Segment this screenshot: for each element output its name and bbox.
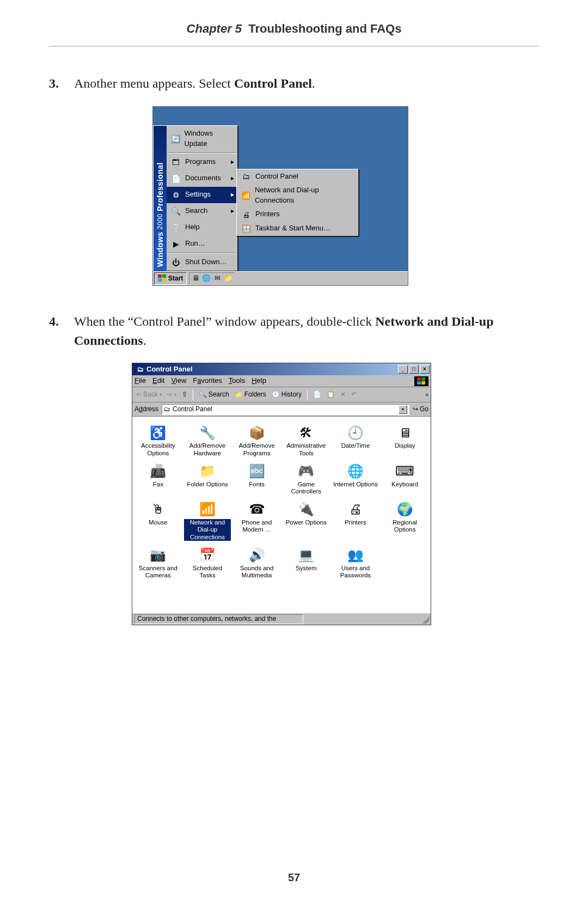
cp-item-arprg[interactable]: 📦Add/Remove Programs (233, 423, 280, 456)
separator (168, 152, 236, 154)
toolbar: ⇦ Back ▾ ⇨ ▾ ⇧ 🔍Search 📁Folders 🕘History… (132, 387, 431, 402)
address-field[interactable]: 🗂 Control Panel ▾ (162, 404, 409, 415)
menu-item-help[interactable]: ❔Help (167, 219, 237, 236)
phone-icon: ☎ (247, 501, 267, 518)
copy-to-button[interactable]: 📋 (325, 389, 336, 400)
cp-item-fax[interactable]: 📠Fax (134, 461, 182, 495)
menu-item-search[interactable]: 🔍Search▶ (167, 203, 237, 219)
cp-item-scan[interactable]: 📷Scanners and Cameras (134, 545, 182, 579)
menu-item-run[interactable]: ▶Run… (167, 236, 237, 252)
resize-grip[interactable] (422, 616, 430, 624)
titlebar: 🗂 Control Panel _ □ × (132, 363, 431, 375)
start-button[interactable]: Start (154, 272, 187, 285)
toolbar-overflow[interactable]: » (425, 391, 428, 399)
minimize-button[interactable]: _ (398, 365, 408, 374)
menu-item-programs[interactable]: 🗔Programs▶ (167, 154, 237, 170)
history-button[interactable]: 🕘History (270, 389, 303, 400)
users-icon: 👥 (346, 546, 365, 564)
cp-item-users[interactable]: 👥Users and Passwords (332, 545, 379, 579)
cp-item-admin[interactable]: 🛠Administrative Tools (283, 423, 330, 456)
cp-item-access[interactable]: ♿Accessibility Options (134, 423, 182, 456)
menu-item-shutdown[interactable]: ⏻Shut Down… (167, 254, 237, 271)
taskbar: Start 🖥 🌐 ✉ 📁 (153, 271, 408, 285)
mouse-icon: 🖱 (148, 501, 168, 518)
cp-item-label: Administrative Tools (283, 442, 330, 456)
submenu-printers[interactable]: 🖨Printers (237, 208, 358, 222)
submenu-network[interactable]: 📶Network and Dial-up Connections (237, 184, 358, 208)
submenu-taskbar[interactable]: 🪟Taskbar & Start Menu… (237, 222, 358, 236)
run-icon: ▶ (170, 239, 182, 249)
step-3-post: . (312, 76, 315, 90)
net-icon: 📶 (198, 501, 217, 518)
start-menu-banner: Windows 2000 Professional (154, 126, 167, 271)
control-panel-icon: 🗂 (164, 405, 170, 414)
cp-item-disp[interactable]: 🖥Display (381, 423, 428, 456)
menu-tools[interactable]: Tools (229, 376, 245, 386)
banner-sub: 2000 (156, 214, 164, 230)
menu-item-windows-update[interactable]: 🔄Windows Update (167, 126, 237, 152)
cp-item-fonts[interactable]: 🔤Fonts (233, 461, 280, 495)
menu-file[interactable]: File (134, 376, 146, 386)
documents-icon: 📄 (170, 173, 182, 184)
chapter-header: Chapter 5 Troubleshooting and FAQs (49, 22, 539, 36)
cp-item-fopt[interactable]: 📁Folder Options (184, 461, 231, 495)
back-button[interactable]: ⇦ Back ▾ (134, 389, 163, 400)
cp-item-reg[interactable]: 🌍Regional Options (381, 499, 428, 541)
disp-icon: 🖥 (395, 424, 415, 441)
ql-outlook-icon[interactable]: ✉ (212, 274, 222, 284)
cp-item-inet[interactable]: 🌐Internet Options (332, 461, 379, 495)
cp-item-dt[interactable]: 🕘Date/Time (332, 423, 379, 456)
cp-item-prn[interactable]: 🖨Printers (332, 499, 379, 541)
figure-start-menu: Windows 2000 Professional 🔄Windows Updat… (152, 106, 408, 286)
shutdown-icon: ⏻ (170, 257, 182, 268)
go-button[interactable]: ↪ Go (413, 405, 428, 414)
cp-item-label: Display (395, 442, 415, 449)
menu-help[interactable]: Help (252, 376, 266, 386)
address-dropdown[interactable]: ▾ (399, 405, 407, 414)
cp-item-sched[interactable]: 📅Scheduled Tasks (184, 545, 231, 579)
cp-item-label: Fax (153, 481, 163, 488)
cp-item-power[interactable]: 🔌Power Options (283, 499, 330, 541)
folders-button[interactable]: 📁Folders (233, 389, 268, 400)
cp-item-label: Accessibility Options (134, 442, 182, 456)
cp-item-game[interactable]: 🎮Game Controllers (283, 461, 330, 495)
menu-edit[interactable]: Edit (152, 376, 164, 386)
up-button[interactable]: ⇧ (180, 389, 189, 400)
move-to-button[interactable]: 📄 (311, 389, 323, 400)
cp-item-kbd[interactable]: ⌨Keyboard (381, 461, 428, 495)
start-menu-items: 🔄Windows Update 🗔Programs▶ 📄Documents▶ ⚙… (167, 126, 237, 271)
delete-button[interactable]: ✕ (339, 389, 347, 400)
ql-ie-icon[interactable]: 🌐 (201, 274, 211, 284)
fonts-icon: 🔤 (247, 462, 267, 480)
menu-item-documents[interactable]: 📄Documents▶ (167, 170, 237, 187)
address-value: Control Panel (173, 405, 212, 414)
submenu-control-panel[interactable]: 🗂Control Panel (237, 169, 358, 184)
arhw-icon: 🔧 (198, 424, 217, 441)
forward-button[interactable]: ⇨ ▾ (166, 389, 178, 400)
sys-icon: 💻 (296, 546, 316, 564)
window: 🗂 Control Panel _ □ × File Edit View Fav… (132, 363, 431, 625)
cp-item-label: Folder Options (187, 481, 228, 488)
menu-favorites[interactable]: Favorites (193, 376, 222, 386)
search-button[interactable]: 🔍Search (197, 389, 231, 400)
desktop: Windows 2000 Professional 🔄Windows Updat… (152, 106, 408, 286)
cp-item-sys[interactable]: 💻System (283, 545, 330, 579)
cp-item-phone[interactable]: ☎Phone and Modem … (233, 499, 280, 541)
menu-view[interactable]: View (171, 376, 186, 386)
cp-item-mouse[interactable]: 🖱Mouse (134, 499, 182, 541)
taskbar-icon: 🪟 (240, 223, 252, 234)
ql-explorer-icon[interactable]: 📁 (223, 274, 233, 284)
ql-desktop-icon[interactable]: 🖥 (191, 274, 200, 284)
access-icon: ♿ (148, 424, 168, 441)
menu-item-settings[interactable]: ⚙Settings▶ (167, 187, 237, 203)
separator (168, 253, 236, 254)
cp-item-arhw[interactable]: 🔧Add/Remove Hardware (184, 423, 231, 456)
close-button[interactable]: × (420, 365, 430, 374)
cp-item-net[interactable]: 📶Network and Dial-up Connections (184, 499, 231, 541)
dt-icon: 🕘 (346, 424, 365, 441)
admin-icon: 🛠 (296, 424, 316, 441)
maximize-button[interactable]: □ (409, 365, 419, 374)
undo-button[interactable]: ↶ (350, 389, 358, 400)
cp-item-sound[interactable]: 🔊Sounds and Multimedia (233, 545, 280, 579)
cp-item-label: Printers (345, 519, 366, 526)
